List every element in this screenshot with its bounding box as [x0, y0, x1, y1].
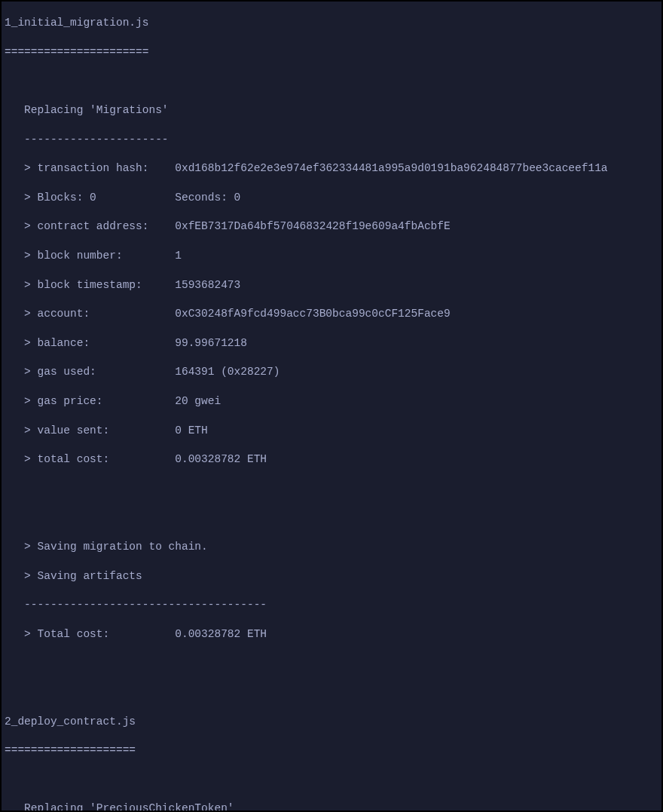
migration1-balance: > balance: 99.99671218	[5, 336, 658, 351]
migration1-block-number: > block number: 1	[5, 249, 658, 263]
migration1-gas-price: > gas price: 20 gwei	[5, 394, 658, 409]
migration1-saving-artifacts: > Saving artifacts	[5, 569, 658, 584]
migration1-replacing-ul: ----------------------	[5, 133, 658, 147]
migration1-final-cost: > Total cost: 0.00328782 ETH	[5, 627, 658, 642]
migration1-account: > account: 0xC30248fA9fcd499acc73B0bca99…	[5, 307, 658, 321]
migration1-total-cost: > total cost: 0.00328782 ETH	[5, 452, 658, 467]
migration1-replacing: Replacing 'Migrations'	[5, 103, 658, 118]
migration2-file-ul: ====================	[5, 743, 658, 758]
migration1-blocks: > Blocks: 0 Seconds: 0	[5, 191, 658, 205]
migration2-file: 2_deploy_contract.js	[5, 715, 658, 729]
terminal-output[interactable]: 1_initial_migration.js =================…	[2, 2, 661, 812]
migration1-tx-hash: > transaction hash: 0xd168b12f62e2e3e974…	[5, 161, 658, 176]
migration1-gas-used: > gas used: 164391 (0x28227)	[5, 365, 658, 379]
migration2-replacing: Replacing 'PreciousChickenToken'	[5, 801, 658, 812]
migration1-file-ul: ======================	[5, 45, 658, 60]
migration1-value-sent: > value sent: 0 ETH	[5, 424, 658, 438]
migration1-block-timestamp: > block timestamp: 1593682473	[5, 278, 658, 293]
migration1-saving-chain: > Saving migration to chain.	[5, 540, 658, 554]
migration1-file: 1_initial_migration.js	[5, 16, 658, 30]
migration1-contract-address: > contract address: 0xfEB7317Da64bf57046…	[5, 219, 658, 234]
migration1-save-ul: -------------------------------------	[5, 598, 658, 612]
